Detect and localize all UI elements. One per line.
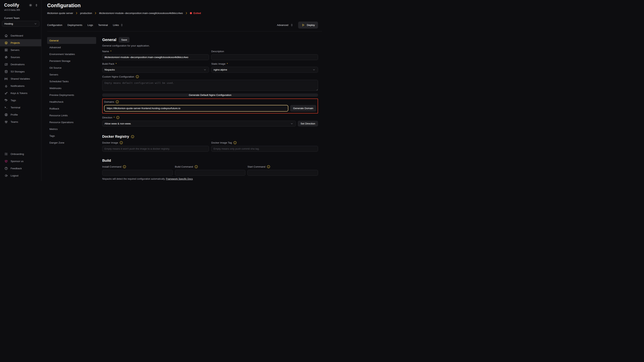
- info-icon[interactable]: [131, 135, 134, 138]
- subnav-item-tags[interactable]: Tags: [47, 132, 96, 139]
- sidebar-item-notifications[interactable]: Notifications: [0, 82, 41, 89]
- subnav-item-environment-variables[interactable]: Environment Variables: [47, 51, 96, 57]
- nginx-config-label: Custom Nginx Configuration: [102, 75, 318, 78]
- terminal-icon: >_: [4, 105, 8, 109]
- subnav-item-resource-operations[interactable]: Resource Operations: [47, 119, 96, 126]
- sidebar-item-logout[interactable]: Logout: [0, 172, 41, 179]
- start-command-label: Start Command: [248, 165, 318, 169]
- static-image-select[interactable]: nginx:alpine: [211, 67, 318, 73]
- direction-select[interactable]: Allow www & non-www.: [102, 121, 296, 126]
- sidebar-item-sources[interactable]: Sources: [0, 53, 41, 61]
- nixpacks-note: Nixpacks will detect the required config…: [102, 178, 318, 180]
- subnav-item-git-source[interactable]: Git Source: [47, 64, 96, 71]
- info-icon[interactable]: [267, 165, 270, 169]
- info-icon[interactable]: [116, 116, 120, 119]
- subnav-item-healthcheck[interactable]: Healthcheck: [47, 98, 96, 105]
- nginx-config-textarea[interactable]: [102, 80, 318, 91]
- sidebar-item-s3-storages[interactable]: S3 Storages: [0, 68, 41, 75]
- checklist-icon: [4, 152, 8, 156]
- subnav-item-scheduled-tasks[interactable]: Scheduled Tasks: [47, 78, 96, 85]
- deploy-label: Deploy: [307, 24, 315, 26]
- deploy-button[interactable]: Deploy: [298, 21, 318, 28]
- section-title-build: Build: [102, 158, 111, 163]
- sidebar-item-label: Shared Variables: [10, 77, 30, 80]
- info-icon[interactable]: [120, 141, 123, 144]
- sidebar-item-terminal[interactable]: >_Terminal: [0, 104, 41, 111]
- tab-label: Links: [113, 24, 119, 26]
- framework-docs-link[interactable]: Framework Specific Docs: [166, 178, 193, 180]
- sidebar-item-label: Sources: [10, 56, 20, 59]
- build-command-label: Build Command: [175, 165, 246, 169]
- subnav-item-preview-deployments[interactable]: Preview Deployments: [47, 91, 96, 98]
- name-input[interactable]: [102, 54, 209, 60]
- info-icon[interactable]: [136, 75, 139, 78]
- generate-nginx-button[interactable]: Generate Default Nginx Configuration: [102, 93, 318, 97]
- save-button[interactable]: Save: [119, 37, 130, 42]
- info-icon[interactable]: [116, 100, 119, 104]
- chevron-right-icon: [184, 11, 188, 15]
- key-icon: [4, 91, 8, 95]
- house-icon: [4, 34, 8, 37]
- subnav-item-metrics[interactable]: Metrics: [47, 126, 96, 132]
- sidebar-item-label: Dashboard: [10, 34, 23, 37]
- general-form: General Save General configuration for y…: [102, 37, 318, 181]
- theme-toggle-sun-icon[interactable]: [29, 3, 32, 7]
- sidebar-item-sponsor-us[interactable]: Sponsor us: [0, 158, 41, 165]
- subnav-item-resource-limits[interactable]: Resource Limits: [47, 112, 96, 119]
- name-label: Name*: [102, 50, 209, 53]
- tab-logs[interactable]: Logs: [88, 24, 93, 26]
- sidebar-item-feedback[interactable]: Feedback: [0, 165, 41, 172]
- tab-terminal[interactable]: Terminal: [98, 24, 108, 26]
- config-subnav: GeneralAdvancedEnvironment VariablesPers…: [47, 37, 96, 181]
- advanced-menu[interactable]: Advanced: [277, 23, 294, 27]
- generate-domain-button[interactable]: Generate Domain: [290, 105, 316, 112]
- info-icon[interactable]: [233, 141, 237, 144]
- sidebar-item-projects[interactable]: Projects: [0, 39, 41, 46]
- sidebar-item-dashboard[interactable]: Dashboard: [0, 32, 41, 39]
- build-pack-select[interactable]: Nixpacks: [102, 67, 209, 73]
- subnav-item-danger-zone[interactable]: Danger Zone: [47, 139, 96, 146]
- sidebar-item-tags[interactable]: Tags: [0, 97, 41, 104]
- status-text: Exited: [194, 12, 201, 14]
- tab-deployments[interactable]: Deployments: [68, 24, 82, 26]
- domains-label: Domains: [104, 100, 316, 104]
- teams-icon: [4, 120, 8, 124]
- start-command-input[interactable]: [248, 170, 318, 176]
- subnav-item-rollback[interactable]: Rollback: [47, 105, 96, 112]
- docker-image-input[interactable]: [102, 146, 209, 152]
- subnav-item-webhooks[interactable]: Webhooks: [47, 85, 96, 91]
- info-icon[interactable]: [123, 165, 126, 169]
- tag-icon: [4, 98, 8, 102]
- breadcrumb-item[interactable]: illicitonion quote server: [47, 12, 73, 14]
- sidebar-item-destinations[interactable]: Destinations: [0, 61, 41, 68]
- tab-configuration[interactable]: Configuration: [47, 24, 62, 26]
- subnav-item-servers[interactable]: Servers: [47, 71, 96, 78]
- sidebar-item-profile[interactable]: Profile: [0, 111, 41, 118]
- sidebar-item-label: Servers: [10, 49, 20, 51]
- tab-links[interactable]: Links: [113, 23, 124, 27]
- static-image-label: Static Image*: [211, 62, 318, 65]
- set-direction-button[interactable]: Set Direction: [298, 121, 318, 126]
- subnav-item-persistent-storage[interactable]: Persistent Storage: [47, 57, 96, 64]
- sidebar-item-servers[interactable]: Servers: [0, 46, 41, 53]
- build-command-input[interactable]: [175, 170, 246, 176]
- team-select[interactable]: Hosting: [2, 21, 39, 27]
- description-input[interactable]: [211, 54, 318, 60]
- sidebar-item-keys-tokens[interactable]: Keys & Tokens: [0, 89, 41, 97]
- subnav-item-general[interactable]: General: [47, 37, 96, 44]
- info-icon[interactable]: [194, 165, 198, 169]
- subnav-item-advanced[interactable]: Advanced: [47, 44, 96, 51]
- sidebar-item-onboarding[interactable]: Onboarding: [0, 150, 41, 158]
- tab-label: Configuration: [47, 24, 62, 26]
- breadcrumb-item[interactable]: illicitestonion/-module--decomposition:m…: [99, 12, 183, 14]
- sidebar-collapse-updown-icon[interactable]: [35, 3, 38, 7]
- docker-image-tag-input[interactable]: [211, 146, 318, 152]
- sidebar-item-shared-variables[interactable]: (x)Shared Variables: [0, 75, 41, 82]
- profile-icon: [4, 113, 8, 116]
- current-team-label: Current Team: [0, 11, 41, 21]
- install-command-input[interactable]: [102, 170, 173, 176]
- description-label: Description: [211, 50, 318, 53]
- sidebar-item-teams[interactable]: Teams: [0, 118, 41, 125]
- domains-input[interactable]: [104, 105, 288, 112]
- breadcrumb-item[interactable]: production: [80, 12, 92, 14]
